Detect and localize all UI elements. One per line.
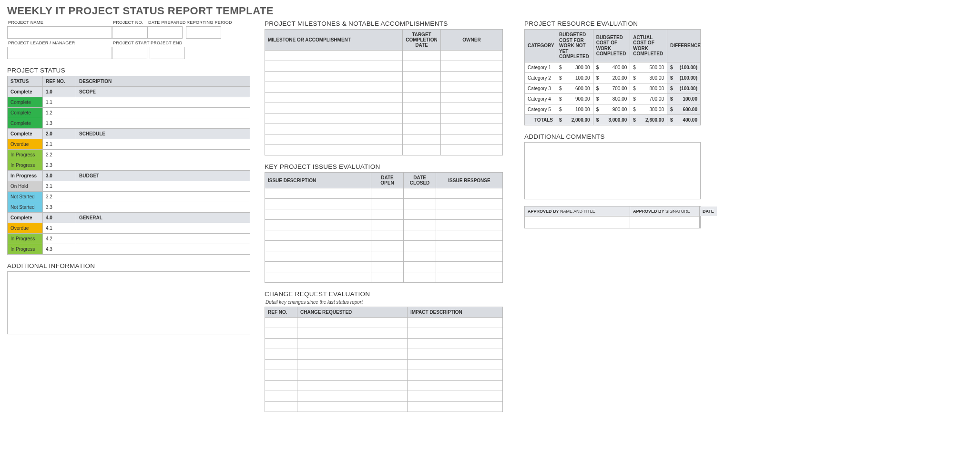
status-cell[interactable]: Complete bbox=[8, 118, 43, 129]
cell[interactable] bbox=[371, 272, 404, 283]
comments-box[interactable] bbox=[524, 142, 701, 199]
cell[interactable] bbox=[404, 199, 436, 209]
cell[interactable] bbox=[265, 188, 371, 199]
cell[interactable] bbox=[436, 220, 503, 230]
desc-cell[interactable] bbox=[76, 150, 250, 160]
cell[interactable] bbox=[404, 272, 436, 283]
cell[interactable] bbox=[371, 251, 404, 262]
cell[interactable] bbox=[441, 145, 503, 155]
cell[interactable] bbox=[408, 318, 503, 328]
cell[interactable] bbox=[265, 220, 371, 230]
desc-cell[interactable] bbox=[76, 181, 250, 192]
status-cell[interactable]: Overdue bbox=[8, 223, 43, 234]
cell[interactable] bbox=[265, 51, 403, 61]
status-cell[interactable]: Overdue bbox=[8, 139, 43, 150]
cell[interactable] bbox=[265, 230, 371, 241]
cell[interactable] bbox=[436, 230, 503, 241]
cell[interactable] bbox=[404, 220, 436, 230]
status-cell[interactable]: In Progress bbox=[8, 171, 43, 181]
cell[interactable] bbox=[436, 262, 503, 272]
cell[interactable] bbox=[408, 402, 503, 412]
cell[interactable] bbox=[403, 72, 441, 82]
cell[interactable] bbox=[404, 241, 436, 251]
cell[interactable] bbox=[441, 134, 503, 145]
desc-cell[interactable]: SCHEDULE bbox=[76, 129, 250, 139]
cell[interactable] bbox=[265, 381, 297, 391]
meta-input[interactable] bbox=[112, 47, 147, 59]
cell[interactable] bbox=[265, 339, 297, 349]
cell[interactable] bbox=[436, 188, 503, 199]
cell[interactable] bbox=[436, 272, 503, 283]
cell[interactable] bbox=[441, 72, 503, 82]
cell[interactable] bbox=[408, 360, 503, 370]
cell[interactable] bbox=[297, 360, 408, 370]
cell[interactable] bbox=[297, 391, 408, 402]
status-cell[interactable]: Complete bbox=[8, 97, 43, 108]
cell[interactable] bbox=[404, 188, 436, 199]
desc-cell[interactable]: BUDGET bbox=[76, 171, 250, 181]
desc-cell[interactable] bbox=[76, 234, 250, 244]
cell[interactable] bbox=[403, 93, 441, 103]
cell[interactable] bbox=[265, 82, 403, 93]
cell[interactable] bbox=[403, 134, 441, 145]
cell[interactable] bbox=[371, 230, 404, 241]
status-cell[interactable]: Not Started bbox=[8, 192, 43, 202]
cell[interactable] bbox=[403, 145, 441, 155]
cell[interactable] bbox=[265, 251, 371, 262]
cell[interactable] bbox=[265, 93, 403, 103]
cell[interactable] bbox=[404, 251, 436, 262]
cell[interactable] bbox=[371, 188, 404, 199]
cell[interactable] bbox=[408, 391, 503, 402]
cell[interactable] bbox=[265, 209, 371, 220]
cell[interactable] bbox=[265, 72, 403, 82]
cell[interactable] bbox=[371, 241, 404, 251]
approved-by-name-input[interactable] bbox=[525, 217, 630, 228]
cell[interactable] bbox=[404, 262, 436, 272]
cell[interactable] bbox=[403, 82, 441, 93]
cell[interactable] bbox=[408, 370, 503, 381]
cell[interactable] bbox=[297, 349, 408, 360]
cell[interactable] bbox=[297, 339, 408, 349]
desc-cell[interactable] bbox=[76, 202, 250, 213]
cell[interactable] bbox=[436, 209, 503, 220]
cell[interactable] bbox=[441, 93, 503, 103]
cell[interactable] bbox=[265, 199, 371, 209]
cell[interactable] bbox=[371, 199, 404, 209]
desc-cell[interactable] bbox=[76, 97, 250, 108]
cell[interactable] bbox=[297, 402, 408, 412]
cell[interactable] bbox=[403, 124, 441, 134]
cell[interactable] bbox=[441, 51, 503, 61]
cell[interactable] bbox=[436, 251, 503, 262]
cell[interactable] bbox=[265, 402, 297, 412]
cell[interactable] bbox=[265, 145, 403, 155]
cell[interactable] bbox=[441, 114, 503, 124]
desc-cell[interactable] bbox=[76, 160, 250, 171]
cell[interactable] bbox=[297, 381, 408, 391]
status-cell[interactable]: Complete bbox=[8, 213, 43, 223]
cell[interactable] bbox=[265, 61, 403, 72]
cell[interactable] bbox=[265, 124, 403, 134]
cell[interactable] bbox=[441, 82, 503, 93]
cell[interactable] bbox=[441, 124, 503, 134]
cell[interactable] bbox=[371, 209, 404, 220]
status-cell[interactable]: In Progress bbox=[8, 234, 43, 244]
cell[interactable] bbox=[403, 61, 441, 72]
status-cell[interactable]: Not Started bbox=[8, 202, 43, 213]
status-cell[interactable]: Complete bbox=[8, 108, 43, 118]
status-cell[interactable]: On Hold bbox=[8, 181, 43, 192]
status-cell[interactable]: Complete bbox=[8, 87, 43, 97]
cell[interactable] bbox=[403, 103, 441, 114]
cell[interactable] bbox=[408, 339, 503, 349]
cell[interactable] bbox=[403, 51, 441, 61]
desc-cell[interactable] bbox=[76, 223, 250, 234]
cell[interactable] bbox=[441, 61, 503, 72]
cell[interactable] bbox=[265, 134, 403, 145]
cell[interactable] bbox=[436, 241, 503, 251]
cell[interactable] bbox=[265, 391, 297, 402]
meta-input[interactable] bbox=[147, 26, 183, 39]
cell[interactable] bbox=[265, 103, 403, 114]
cell[interactable] bbox=[436, 199, 503, 209]
meta-input[interactable] bbox=[150, 47, 185, 59]
cell[interactable] bbox=[265, 349, 297, 360]
approved-by-sig-input[interactable] bbox=[630, 217, 699, 228]
